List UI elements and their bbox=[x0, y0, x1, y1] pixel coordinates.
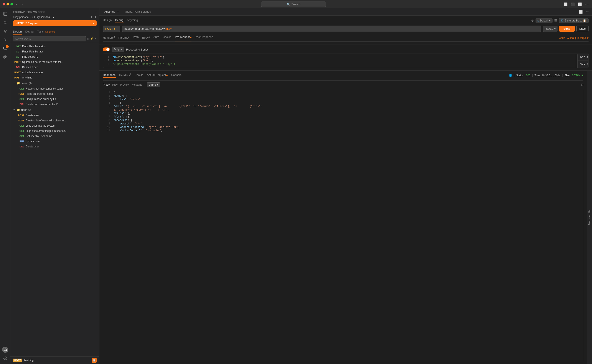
list-item[interactable]: GET Logs user into the system bbox=[10, 123, 99, 128]
more-tabs-icon[interactable]: ••• bbox=[585, 10, 590, 14]
copy-button[interactable]: ⧉ bbox=[581, 83, 583, 87]
param-tab-headers[interactable]: Headers2 bbox=[103, 34, 115, 41]
environment-selector[interactable]: D Default ▾ bbox=[536, 18, 552, 23]
param-tab-postresponse[interactable]: Post-response bbox=[195, 34, 213, 41]
param-tab-path[interactable]: Path bbox=[133, 34, 139, 41]
param-tab-cookie[interactable]: Cookie bbox=[163, 34, 171, 41]
view-pretty[interactable]: Pretty bbox=[103, 83, 110, 86]
http-version-selector[interactable]: http/1.1 ▾ bbox=[543, 26, 558, 32]
code-editor[interactable]: ⋮⋮ 1 pm.environment.set("key","value"); … bbox=[103, 53, 589, 68]
param-tab-prerequest[interactable]: Pre-request bbox=[175, 34, 191, 41]
view-raw[interactable]: Raw bbox=[112, 83, 117, 86]
activity-settings[interactable] bbox=[1, 354, 9, 362]
sidebar-tab-debug[interactable]: Debug bbox=[25, 30, 34, 35]
activity-files[interactable] bbox=[1, 10, 9, 18]
save-button[interactable]: Save bbox=[576, 26, 589, 32]
list-item[interactable]: GET Logs out current logged in user se..… bbox=[10, 128, 99, 134]
ac-item-set-env[interactable]: Set an environment variable bbox=[578, 54, 589, 61]
activity-search[interactable] bbox=[1, 19, 9, 26]
response-tab-headers[interactable]: Headers7 bbox=[119, 73, 131, 78]
response-tab-cookie[interactable]: Cookie bbox=[135, 73, 143, 78]
activity-api[interactable]: 1 bbox=[1, 45, 9, 52]
workspace-name[interactable]: Lucy persona... ▾ bbox=[34, 16, 54, 19]
generate-data-button[interactable]: D Generate Data 📋 bbox=[559, 18, 589, 23]
sidebar-tab-tests[interactable]: Tests No Limits bbox=[37, 30, 55, 35]
forward-button[interactable]: › bbox=[20, 2, 24, 6]
sidebar-search-input[interactable] bbox=[13, 36, 86, 41]
cloud-download-icon[interactable]: ⬇ bbox=[94, 15, 97, 19]
sidebar-tab-design[interactable]: Design bbox=[13, 30, 22, 35]
list-item[interactable]: GET Find pet by ID bbox=[10, 54, 99, 59]
back-button[interactable]: ‹ bbox=[15, 2, 19, 6]
ac-item-delete-env[interactable]: Delete an environment variable bbox=[578, 67, 589, 68]
sidebar-toggle-icon[interactable]: ⬜ bbox=[563, 2, 568, 6]
filter-icon[interactable]: ⚡ bbox=[90, 37, 94, 40]
param-tab-body[interactable]: Body1 bbox=[142, 34, 150, 41]
url-bar: POST ▾ https://httpbin.org/anything?key=… bbox=[103, 26, 589, 32]
req-tab-design[interactable]: Design bbox=[103, 19, 112, 23]
req-tab-debug[interactable]: Debug bbox=[115, 19, 123, 23]
target-icon[interactable]: ◎ bbox=[87, 37, 89, 40]
activity-run[interactable] bbox=[1, 36, 9, 44]
code-link[interactable]: Code bbox=[559, 36, 565, 39]
activity-extensions[interactable] bbox=[1, 53, 9, 61]
sidebar-more-icon[interactable]: ••• bbox=[94, 10, 97, 14]
global-prerequest-link[interactable]: Global preRequest bbox=[567, 36, 589, 39]
param-tab-params[interactable]: Params1 bbox=[118, 34, 129, 41]
user-avatar[interactable]: 🐼 bbox=[2, 347, 8, 353]
list-item[interactable]: POST Place an order for a pet bbox=[10, 91, 99, 97]
view-visualize[interactable]: Visualize bbox=[132, 83, 142, 86]
list-item[interactable]: POST uploads an image bbox=[10, 70, 99, 75]
tab-anything[interactable]: Anything ✕ bbox=[101, 8, 122, 15]
list-item[interactable]: POST Creates list of users with given in… bbox=[10, 118, 99, 123]
tab-global-para[interactable]: Global Para Settings bbox=[122, 8, 154, 15]
tab-close-icon[interactable]: ✕ bbox=[117, 10, 119, 13]
panel-icon[interactable]: ⬜ bbox=[577, 2, 583, 6]
close-button[interactable] bbox=[3, 3, 5, 6]
response-tab-actual[interactable]: Actual Request bbox=[147, 73, 168, 78]
minimize-button[interactable] bbox=[7, 3, 9, 6]
list-item[interactable]: GET Returns pet inventories by status bbox=[10, 86, 99, 91]
script-toggle[interactable] bbox=[103, 47, 110, 51]
list-item[interactable]: POST Anything bbox=[10, 75, 99, 80]
list-item[interactable]: POST Create user bbox=[10, 113, 99, 118]
method-get: GET bbox=[16, 130, 24, 132]
clear-search-icon[interactable]: ✕ bbox=[94, 37, 97, 40]
list-item[interactable]: POST Updates a pet in the store with for… bbox=[10, 59, 99, 65]
send-button[interactable]: Send bbox=[559, 26, 575, 32]
activity-git[interactable] bbox=[1, 27, 9, 35]
list-item[interactable]: DEL Delete purchase order by ID bbox=[10, 102, 99, 107]
script-type-select[interactable]: Script ▾ bbox=[112, 47, 124, 52]
list-icon[interactable]: ☰ bbox=[554, 19, 557, 23]
global-search[interactable]: 🔍 Search bbox=[261, 1, 326, 7]
cloud-upload-icon[interactable]: ⬆ bbox=[91, 15, 93, 19]
response-tab-response[interactable]: Response bbox=[103, 73, 116, 78]
list-item[interactable]: DEL Delete user bbox=[10, 144, 99, 149]
ac-item-get-env[interactable]: Get an environment variable bbox=[578, 61, 589, 67]
section-store[interactable]: ▼ 📁 store (4) bbox=[10, 80, 99, 86]
list-item[interactable]: GET Find purchase order by ID bbox=[10, 97, 99, 102]
method-selector[interactable]: POST ▾ bbox=[103, 26, 120, 32]
maximize-button[interactable] bbox=[10, 3, 13, 6]
response-tab-console[interactable]: Console bbox=[171, 73, 182, 78]
list-item[interactable]: GET Get user by user name bbox=[10, 134, 99, 139]
section-user[interactable]: ▼ 📁 user (7) bbox=[10, 107, 99, 113]
url-input[interactable]: https://httpbin.org/anything?key= {{key}… bbox=[122, 26, 541, 32]
layout-icon[interactable]: ⬛ bbox=[570, 2, 576, 6]
drag-handle[interactable]: ⋮⋮ bbox=[103, 59, 106, 63]
more-icon[interactable]: ••• bbox=[584, 2, 589, 6]
param-tab-auth[interactable]: Auth bbox=[154, 34, 159, 41]
view-preview[interactable]: Preview bbox=[120, 83, 129, 86]
new-request-button[interactable]: HTTP1/2 Request ▾ bbox=[13, 20, 97, 26]
list-item[interactable]: GET Finds Pets by status bbox=[10, 44, 99, 49]
notification-button[interactable]: 📋 bbox=[92, 358, 97, 363]
format-selector[interactable]: UTF-8 ▾ bbox=[147, 82, 160, 87]
req-tab-anything[interactable]: Anything bbox=[127, 19, 138, 23]
split-editor-icon[interactable]: ⬜ bbox=[578, 10, 584, 14]
chevron-down-icon: ▼ bbox=[13, 109, 15, 111]
list-item[interactable]: GET Finds Pets by tags bbox=[10, 49, 99, 54]
settings-icon[interactable]: ⚙ bbox=[531, 19, 534, 22]
list-item[interactable]: DEL Deletes a pet bbox=[10, 65, 99, 70]
list-item[interactable]: PUT Update user bbox=[10, 139, 99, 144]
test-results-sidebar[interactable]: Test results bbox=[587, 71, 592, 364]
